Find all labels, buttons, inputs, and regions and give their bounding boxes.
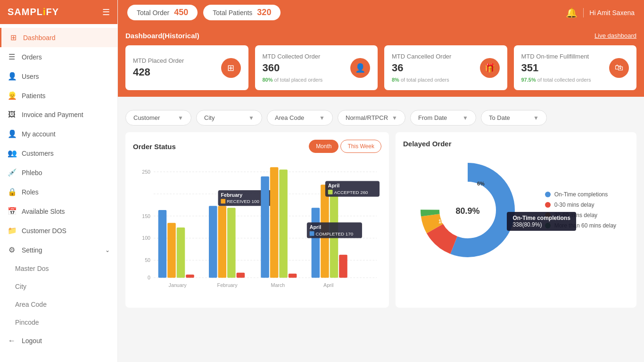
donut-tooltip-title: On-Time completions (512, 215, 570, 221)
total-patients-pill: Total Patients 320 (203, 5, 281, 20)
toggle-month-button[interactable]: Month (309, 140, 339, 153)
filter-city[interactable]: City ▼ (196, 110, 262, 126)
sidebar-item-customers[interactable]: 👥 Customers (0, 143, 117, 163)
kpi-placed-info: MTD Placed Order 428 (133, 57, 184, 78)
kpi-placed-title: MTD Placed Order (133, 57, 184, 64)
roles-icon: 🔒 (8, 187, 16, 196)
sidebar-label-city: City (15, 283, 26, 290)
order-status-card: Order Status Month This Week (125, 132, 389, 308)
kpi-placed-order: MTD Placed Order 428 ⊞ (125, 45, 248, 90)
sidebar-item-city[interactable]: City (0, 278, 117, 295)
delayed-order-header: Delayed Order (403, 140, 629, 148)
sidebar-item-orders[interactable]: ☰ Orders (0, 47, 117, 67)
delayed-order-card: Delayed Order (396, 132, 636, 308)
logout-icon: ← (8, 337, 16, 345)
svg-text:10.8%: 10.8% (438, 219, 453, 224)
donut-container: 80.9% 10.8% 6% On-Time completions 338(8… (403, 153, 629, 267)
svg-rect-13 (177, 227, 185, 278)
sidebar-item-roles[interactable]: 🔒 Roles (0, 182, 117, 202)
svg-text:6%: 6% (477, 181, 485, 186)
sidebar-item-dashboard[interactable]: ⊞ Dashboard (0, 28, 117, 47)
sidebar-label-areacode: Area Code (15, 301, 47, 308)
svg-rect-14 (186, 275, 194, 278)
kpi-cancelled-value: 36 (392, 62, 451, 74)
total-patients-value: 320 (257, 8, 271, 17)
sidebar-item-logout[interactable]: ← Logout (0, 331, 117, 350)
svg-text:0: 0 (148, 275, 150, 280)
sidebar-item-users[interactable]: 👤 Users (0, 67, 117, 86)
kpi-ontime-icon: 🛍 (609, 58, 629, 78)
topbar: Total Order 450 Total Patients 320 🔔 Hi … (118, 0, 644, 25)
dashboard-title: Dashboard(Historical) (125, 32, 199, 40)
customerdos-icon: 📁 (8, 226, 16, 235)
orders-icon: ☰ (8, 52, 16, 61)
sidebar-item-phlebo[interactable]: 💉 Phlebo (0, 163, 117, 182)
sidebar-label-invoice: Invoice and Payment (22, 111, 83, 118)
kpi-cancelled-sub: 8% of total placed orders (392, 77, 451, 83)
charts-row: Order Status Month This Week (125, 132, 636, 308)
kpi-cancelled-info: MTD Cancelled Order 36 8% of total place… (392, 53, 451, 83)
kpi-collected-icon: 👤 (350, 58, 370, 78)
svg-text:150: 150 (142, 213, 150, 219)
filter-fromdate-label: From Date (418, 114, 447, 121)
filter-fromdate-caret: ▼ (462, 115, 468, 121)
svg-text:ACCEPTED 260: ACCEPTED 260 (334, 190, 368, 195)
svg-text:February: February (217, 282, 238, 288)
sidebar-item-customerdos[interactable]: 📁 Customer DOS (0, 221, 117, 240)
sidebar-nav: ⊞ Dashboard ☰ Orders 👤 Users 👱 Patients … (0, 24, 117, 354)
svg-rect-25 (261, 177, 269, 278)
filter-todate-caret: ▼ (533, 115, 539, 121)
filter-fromdate[interactable]: From Date ▼ (410, 110, 476, 126)
patients-icon: 👱 (8, 91, 16, 100)
sidebar-item-myaccount[interactable]: 👤 My account (0, 124, 117, 143)
bar-chart-svg: 250 150 100 50 0 (133, 159, 381, 300)
logo-highlight: i (43, 7, 46, 17)
toggle-week-button[interactable]: This Week (340, 140, 381, 153)
filter-customer-label: Customer (133, 114, 160, 121)
sidebar-label-availableslots: Available Slots (22, 208, 65, 215)
svg-rect-41 (328, 190, 333, 194)
filter-areacode[interactable]: Area Code ▼ (267, 110, 333, 126)
svg-rect-30 (312, 208, 320, 278)
sidebar-label-myaccount: My account (22, 130, 56, 138)
filter-customer-caret: ▼ (178, 115, 183, 121)
kpi-ontime-value: 351 (521, 62, 591, 74)
sidebar-item-availableslots[interactable]: 📅 Available Slots (0, 202, 117, 221)
greeting-text: Hi Amit Saxena (589, 9, 635, 17)
bell-icon[interactable]: 🔔 (566, 7, 578, 18)
kpi-collected-order: MTD Collected Order 360 80% of total pla… (255, 45, 378, 90)
legend-030-label: 0-30 mins delay (554, 202, 594, 208)
sidebar-item-areacode[interactable]: Area Code (0, 295, 117, 313)
svg-rect-11 (158, 210, 167, 278)
svg-text:50: 50 (145, 257, 150, 263)
bar-chart-container: 250 150 100 50 0 (133, 159, 381, 300)
topbar-divider (583, 8, 584, 17)
sidebar-item-pincode[interactable]: Pincode (0, 313, 117, 331)
filter-customer[interactable]: Customer ▼ (125, 110, 191, 126)
total-order-value: 450 (174, 8, 188, 17)
sidebar-item-invoice[interactable]: 🖼 Invoice and Payment (0, 105, 117, 124)
hamburger-icon[interactable]: ☰ (102, 7, 110, 17)
order-status-header: Order Status Month This Week (133, 140, 381, 153)
filter-todate[interactable]: To Date ▼ (481, 110, 547, 126)
filter-type[interactable]: Normal/RTPCR ▼ (338, 110, 405, 126)
svg-rect-23 (221, 199, 225, 204)
sidebar-item-patients[interactable]: 👱 Patients (0, 86, 117, 105)
sidebar-item-setting[interactable]: ⚙ Setting ⌄ (0, 240, 117, 260)
legend-ontime-label: On-Time completions (554, 191, 608, 198)
sidebar-item-masterdos[interactable]: Master Dos (0, 260, 117, 278)
live-dashboard-link[interactable]: Live dashboard (594, 32, 636, 39)
svg-rect-12 (167, 223, 176, 278)
sidebar-label-dashboard: Dashboard (23, 34, 56, 42)
svg-rect-16 (209, 206, 217, 278)
order-status-title: Order Status (133, 143, 176, 151)
kpi-cancelled-pct: 8% (392, 77, 399, 83)
svg-text:January: January (169, 282, 187, 288)
dashboard-icon: ⊞ (9, 33, 17, 42)
setting-caret-icon: ⌄ (105, 247, 110, 253)
sidebar-label-orders: Orders (22, 53, 42, 61)
delayed-order-title: Delayed Order (403, 140, 452, 148)
users-icon: 👤 (8, 72, 16, 81)
sidebar-label-roles: Roles (22, 188, 39, 196)
sidebar-label-customers: Customers (22, 150, 54, 157)
